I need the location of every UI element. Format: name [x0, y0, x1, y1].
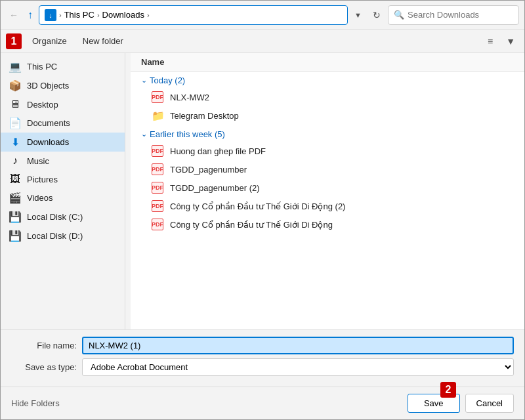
- sidebar-label-this-pc: This PC: [27, 62, 57, 72]
- group-label-today: Today (2): [150, 75, 185, 85]
- videos-icon: 🎬: [9, 192, 22, 204]
- search-input[interactable]: [408, 10, 513, 20]
- resize-handle[interactable]: [125, 53, 131, 329]
- sidebar-item-music[interactable]: ♪ Music: [1, 152, 125, 170]
- file-name-cong-ty1: Công ty Cổ phần Đầu tư Thế Giới Di Động …: [170, 201, 345, 211]
- group-label-earlier: Earlier this week (5): [150, 129, 225, 139]
- search-icon: 🔍: [394, 10, 404, 20]
- file-name-tgdd1: TGDD_pagenumber: [170, 165, 247, 175]
- view-dropdown-button[interactable]: ▼: [502, 34, 519, 49]
- music-icon: ♪: [9, 155, 22, 167]
- file-name-tgdd2: TGDD_pagenumber (2): [170, 183, 260, 193]
- sep1: ›: [59, 11, 62, 19]
- dialog-footer: Hide Folders 2 Save Cancel: [1, 387, 524, 419]
- file-name-nlx-mw2: NLX-MW2: [170, 93, 209, 102]
- content-area: 💻 This PC 📦 3D Objects 🖥 Desktop 📄 Docum…: [1, 53, 524, 329]
- save-dialog: ← ↑ ↓ › This PC › Downloads › ▼ ↻ 🔍 1 Or…: [0, 0, 525, 420]
- sidebar-label-downloads: Downloads: [27, 137, 69, 147]
- sidebar-label-pictures: Pictures: [27, 175, 58, 184]
- refresh-button[interactable]: ↻: [368, 7, 385, 23]
- local-disk-d-icon: 💾: [9, 230, 22, 242]
- sidebar-item-downloads[interactable]: ⬇ Downloads: [1, 133, 125, 152]
- pdf-icon-huong-dan: PDF: [152, 145, 165, 157]
- pdf-icon-nlx-mw2: PDF: [152, 91, 165, 103]
- sidebar-item-this-pc[interactable]: 💻 This PC: [1, 57, 125, 76]
- sidebar-item-local-disk-d[interactable]: 💾 Local Disk (D:): [1, 226, 125, 245]
- sidebar-item-local-disk-c[interactable]: 💾 Local Disk (C:): [1, 207, 125, 226]
- desktop-icon: 🖥: [9, 98, 22, 110]
- sidebar-label-music: Music: [27, 156, 49, 166]
- filename-input[interactable]: [82, 337, 514, 354]
- sidebar-item-documents[interactable]: 📄 Documents: [1, 114, 125, 133]
- footer-buttons: 2 Save Cancel: [408, 394, 514, 413]
- sidebar-label-desktop: Desktop: [27, 100, 58, 110]
- sidebar-label-local-disk-c: Local Disk (C:): [27, 212, 83, 222]
- file-list-header: Name: [131, 53, 524, 72]
- sidebar-label-local-disk-d: Local Disk (D:): [27, 231, 83, 241]
- download-icon: ↓: [45, 9, 56, 21]
- pictures-icon: 🖼: [9, 173, 22, 185]
- breadcrumb-this-pc[interactable]: This PC: [64, 10, 94, 20]
- badge2: 2: [440, 382, 456, 398]
- group-chevron-earlier: ⌄: [141, 130, 147, 138]
- sidebar-item-videos[interactable]: 🎬 Videos: [1, 188, 125, 207]
- file-item-tgdd2[interactable]: PDF TGDD_pagenumber (2): [131, 178, 524, 197]
- search-box: 🔍: [388, 5, 519, 25]
- sidebar-item-3d-objects[interactable]: 📦 3D Objects: [1, 76, 125, 95]
- breadcrumb-dropdown[interactable]: ▼: [350, 10, 366, 20]
- new-folder-button[interactable]: New folder: [77, 34, 129, 48]
- sidebar-item-pictures[interactable]: 🖼 Pictures: [1, 170, 125, 188]
- sidebar-label-3d-objects: 3D Objects: [27, 81, 69, 91]
- pdf-icon-cong-ty2: PDF: [152, 219, 165, 230]
- file-item-huong-dan[interactable]: PDF Huong dan ghep file PDF: [131, 142, 524, 160]
- up-button[interactable]: ↑: [24, 7, 36, 23]
- sidebar-label-documents: Documents: [27, 118, 70, 128]
- savetype-label: Save as type:: [11, 362, 77, 372]
- downloads-icon: ⬇: [9, 136, 22, 148]
- group-header-today[interactable]: ⌄ Today (2): [131, 72, 524, 88]
- file-list: Name ⌄ Today (2) PDF NLX-MW2 📁 Telegram …: [131, 53, 524, 329]
- badge1: 1: [6, 33, 22, 49]
- local-disk-c-icon: 💾: [9, 211, 22, 223]
- filename-label: File name:: [11, 341, 77, 350]
- pdf-icon-cong-ty1: PDF: [152, 200, 165, 212]
- file-item-telegram[interactable]: 📁 Telegram Desktop: [131, 106, 524, 125]
- file-item-cong-ty2[interactable]: PDF Công ty Cổ phần Đầu tư Thế Giới Di Đ…: [131, 215, 524, 234]
- 3d-objects-icon: 📦: [9, 79, 22, 92]
- breadcrumb-bar[interactable]: ↓ › This PC › Downloads ›: [39, 5, 348, 25]
- group-header-earlier[interactable]: ⌄ Earlier this week (5): [131, 125, 524, 142]
- pdf-icon-tgdd1: PDF: [152, 163, 165, 175]
- savetype-row: Save as type: Adobe Acrobat Document: [11, 358, 514, 376]
- file-item-tgdd1[interactable]: PDF TGDD_pagenumber: [131, 160, 524, 178]
- filename-row: File name:: [11, 337, 514, 354]
- file-item-nlx-mw2[interactable]: PDF NLX-MW2: [131, 88, 524, 106]
- this-pc-icon: 💻: [9, 60, 22, 73]
- sidebar-label-videos: Videos: [27, 193, 53, 203]
- file-name-telegram: Telegram Desktop: [170, 111, 239, 121]
- documents-icon: 📄: [9, 117, 22, 129]
- savetype-select[interactable]: Adobe Acrobat Document: [82, 358, 514, 376]
- sidebar: 💻 This PC 📦 3D Objects 🖥 Desktop 📄 Docum…: [1, 53, 125, 329]
- pdf-icon-tgdd2: PDF: [152, 182, 165, 194]
- organize-button[interactable]: Organize: [27, 34, 72, 48]
- bottom-section: File name: Save as type: Adobe Acrobat D…: [1, 329, 524, 387]
- hide-folders-label: Hide Folders: [11, 398, 60, 408]
- cancel-button[interactable]: Cancel: [465, 394, 514, 413]
- back-button[interactable]: ←: [6, 8, 22, 22]
- sidebar-item-desktop[interactable]: 🖥 Desktop: [1, 95, 125, 114]
- sep3: ›: [147, 11, 150, 19]
- file-name-huong-dan: Huong dan ghep file PDF: [170, 146, 266, 156]
- file-item-cong-ty1[interactable]: PDF Công ty Cổ phần Đầu tư Thế Giới Di Đ…: [131, 197, 524, 215]
- toolbar-row1: ← ↑ ↓ › This PC › Downloads › ▼ ↻ 🔍: [1, 1, 524, 30]
- file-name-cong-ty2: Công ty Cổ phần Đầu tư Thế Giới Di Động: [170, 220, 333, 230]
- breadcrumb-downloads[interactable]: Downloads: [102, 10, 144, 20]
- group-chevron-today: ⌄: [141, 76, 147, 85]
- folder-icon-telegram: 📁: [152, 110, 165, 122]
- toolbar-row2: 1 Organize New folder ≡ ▼: [1, 30, 524, 53]
- view-mode-button[interactable]: ≡: [484, 34, 497, 49]
- hide-folders-toggle[interactable]: Hide Folders: [11, 398, 60, 408]
- sep2: ›: [97, 11, 100, 19]
